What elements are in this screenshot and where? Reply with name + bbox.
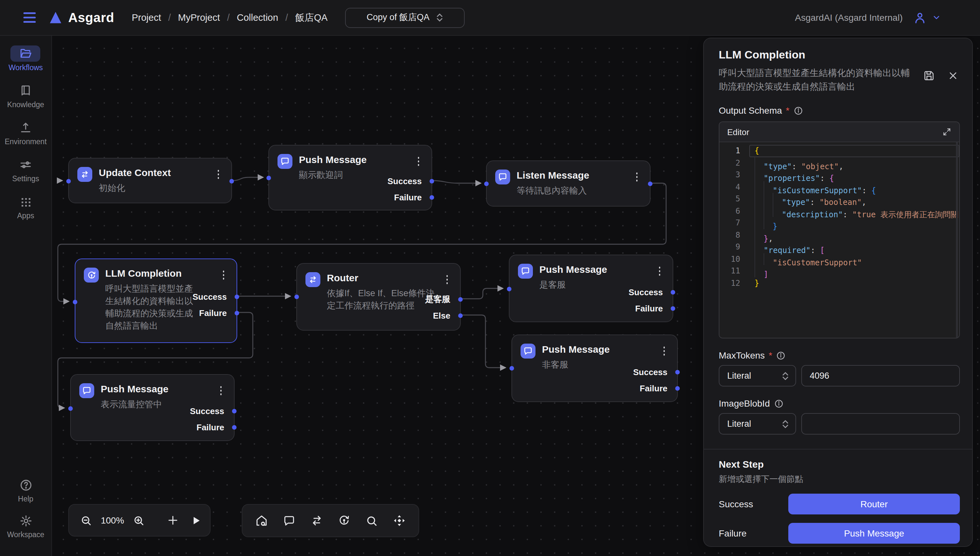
- success-port[interactable]: [232, 409, 236, 414]
- gear-icon: [19, 514, 32, 527]
- node-menu-icon[interactable]: [632, 171, 641, 183]
- failure-port[interactable]: [429, 195, 434, 200]
- code-line[interactable]: 3"properties": {: [719, 169, 959, 181]
- next-step-failure-button[interactable]: Push Message: [788, 523, 960, 544]
- workflow-selector-dropdown[interactable]: Copy of 飯店QA: [345, 8, 465, 27]
- code-line[interactable]: 8},: [719, 229, 959, 241]
- input-port[interactable]: [510, 366, 514, 370]
- success-port[interactable]: [429, 179, 434, 184]
- sidebar-item-workflows[interactable]: Workflows: [8, 45, 43, 71]
- apps-grid-icon: [20, 196, 31, 207]
- code-line[interactable]: 11]: [719, 265, 959, 277]
- node-router[interactable]: Router 依據If、Else If、Else條件決定工作流程執行的路徑 是客…: [296, 263, 461, 331]
- zoom-out-icon[interactable]: [80, 514, 92, 527]
- node-listen-message[interactable]: Listen Message 等待訊息內容輸入: [486, 160, 651, 207]
- node-push-message-welcome[interactable]: Push Message 顯示歡迎詞 Success Failure: [268, 145, 432, 210]
- save-icon[interactable]: [923, 70, 935, 82]
- node-menu-icon[interactable]: [216, 385, 225, 396]
- code-line[interactable]: 1{: [719, 145, 959, 157]
- node-push-message-support[interactable]: Push Message 是客服 Success Failure: [509, 255, 673, 322]
- node-menu-icon[interactable]: [414, 155, 423, 167]
- folder-icon: [19, 47, 32, 60]
- input-port[interactable]: [266, 176, 271, 180]
- swap-arrows-icon[interactable]: [309, 514, 323, 527]
- breadcrumb-current[interactable]: 飯店QA: [295, 11, 327, 24]
- home-add-icon[interactable]: [255, 514, 268, 527]
- hamburger-menu-icon[interactable]: [23, 12, 36, 23]
- breadcrumb: Project / MyProject / Collection / 飯店QA: [131, 11, 327, 24]
- sidebar-item-knowledge[interactable]: Knowledge: [7, 82, 44, 108]
- close-icon[interactable]: [948, 71, 958, 81]
- node-menu-icon[interactable]: [659, 345, 669, 357]
- input-port[interactable]: [73, 300, 77, 304]
- code-line[interactable]: 12}: [719, 277, 959, 289]
- code-editor[interactable]: 1{2"type": "object",3"properties": {4"is…: [719, 142, 959, 338]
- failure-port[interactable]: [232, 425, 236, 430]
- chat-bubble-icon: [495, 170, 510, 184]
- output-port[interactable]: [648, 181, 653, 186]
- input-port[interactable]: [68, 406, 73, 411]
- code-line[interactable]: 10"isCustomerSupport": [719, 253, 959, 265]
- image-blob-id-input[interactable]: [801, 413, 960, 435]
- max-tokens-mode-select[interactable]: Literal: [719, 365, 796, 386]
- logo-text: Asgard: [68, 10, 114, 25]
- input-port[interactable]: [66, 179, 71, 184]
- success-port[interactable]: [671, 290, 675, 294]
- input-port[interactable]: [295, 294, 299, 299]
- input-port[interactable]: [507, 287, 512, 291]
- add-icon[interactable]: [167, 514, 179, 526]
- code-line[interactable]: 7}: [719, 217, 959, 229]
- node-update-context[interactable]: Update Context 初始化: [68, 158, 232, 203]
- sidebar-item-environment[interactable]: Environment: [5, 120, 47, 145]
- chat-bubble-icon[interactable]: [282, 514, 295, 527]
- output-schema-label: Output Schema *: [719, 105, 958, 116]
- code-line[interactable]: 4"isCustomerSupport": {: [719, 181, 959, 193]
- node-llm-completion[interactable]: LLM Completion 呼叫大型語言模型並產生結構化的資料輸出以輔助流程的…: [75, 259, 237, 343]
- zoom-in-icon[interactable]: [133, 514, 145, 527]
- app-root: Asgard Project / MyProject / Collection …: [0, 0, 980, 556]
- success-port[interactable]: [235, 294, 239, 299]
- node-menu-icon[interactable]: [442, 273, 452, 285]
- sidebar-item-settings[interactable]: Settings: [11, 157, 40, 183]
- account-chevron-down-icon[interactable]: [932, 13, 941, 22]
- else-port[interactable]: [458, 314, 463, 318]
- info-icon[interactable]: [793, 105, 803, 115]
- expand-icon[interactable]: [942, 127, 951, 136]
- sidebar-item-apps[interactable]: Apps: [11, 194, 40, 220]
- info-icon[interactable]: [776, 351, 786, 360]
- next-step-success-button[interactable]: Router: [788, 494, 960, 514]
- breadcrumb-myproject[interactable]: MyProject: [178, 12, 220, 23]
- failure-port[interactable]: [235, 311, 239, 315]
- code-line[interactable]: 2"type": "object",: [719, 157, 959, 169]
- failure-port[interactable]: [675, 386, 680, 391]
- node-menu-icon[interactable]: [219, 269, 228, 281]
- sidebar-item-workspace[interactable]: Workspace: [7, 512, 45, 538]
- swap-arrows-icon: [305, 272, 321, 287]
- code-line[interactable]: 9"required": [: [719, 241, 959, 253]
- user-avatar-icon[interactable]: [913, 11, 927, 24]
- inspector-title: LLM Completion: [719, 49, 958, 62]
- move-icon[interactable]: [392, 514, 406, 527]
- asgard-logo-icon: [49, 11, 62, 24]
- breadcrumb-project[interactable]: Project: [131, 12, 161, 23]
- info-icon[interactable]: [774, 399, 783, 408]
- max-tokens-input[interactable]: [801, 365, 960, 386]
- node-push-message-throttle[interactable]: Push Message 表示流量控管中 Success Failure: [70, 374, 235, 441]
- input-port[interactable]: [484, 181, 489, 186]
- code-line[interactable]: 6"description": "true 表示使用者正在詢問關: [719, 205, 959, 217]
- node-push-message-not-support[interactable]: Push Message 非客服 Success Failure: [512, 335, 678, 402]
- top-bar: Asgard Project / MyProject / Collection …: [0, 0, 980, 36]
- code-line[interactable]: 5"type": "boolean",: [719, 193, 959, 205]
- image-blob-id-mode-select[interactable]: Literal: [719, 413, 796, 435]
- sidebar-item-help[interactable]: Help: [11, 477, 40, 503]
- breadcrumb-collection[interactable]: Collection: [237, 12, 278, 23]
- run-workflow-icon[interactable]: [190, 515, 201, 526]
- output-port[interactable]: [229, 179, 234, 184]
- failure-port[interactable]: [671, 306, 675, 311]
- if-port[interactable]: [458, 297, 463, 302]
- node-menu-icon[interactable]: [655, 265, 664, 277]
- success-port[interactable]: [675, 370, 680, 375]
- node-menu-icon[interactable]: [214, 168, 223, 180]
- llm-bulb-icon[interactable]: [338, 514, 351, 527]
- search-icon[interactable]: [365, 514, 378, 527]
